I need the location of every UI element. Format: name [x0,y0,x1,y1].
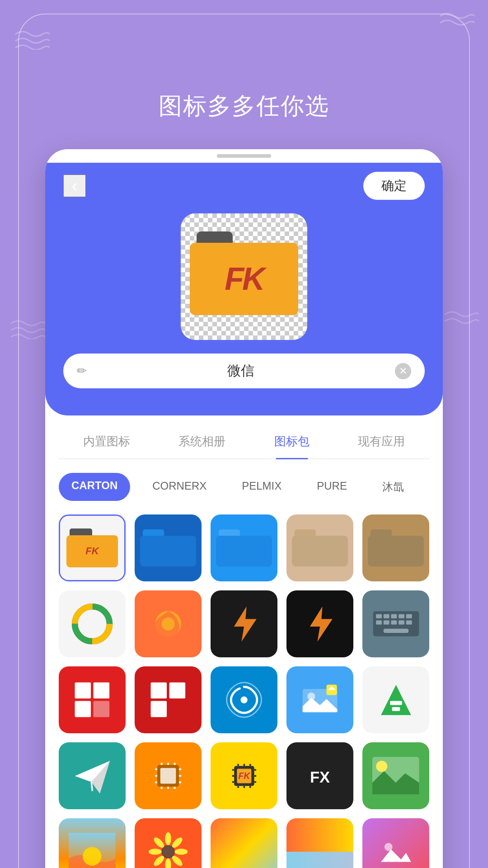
back-button[interactable]: ‹ [63,175,86,197]
name-input-row[interactable]: ✏ 微信 ✕ [63,354,425,388]
icon-lightning-dark2[interactable] [286,590,353,657]
icon-folder-bright[interactable] [211,514,277,581]
svg-rect-18 [406,621,412,625]
svg-point-69 [83,847,101,866]
tab-iconpack[interactable]: 图标包 [265,429,319,458]
svg-rect-20 [75,682,91,698]
phone-notch-bar [45,149,443,163]
svg-point-67 [376,761,387,772]
wave-decoration-tr [438,9,474,33]
svg-rect-10 [383,614,389,618]
svg-rect-25 [169,682,185,698]
icon-preview-container: FK [63,213,425,340]
fk-folder-preview-icon: FK [190,231,298,322]
icon-photos-gradient[interactable] [362,818,429,868]
icon-keyboard[interactable] [362,590,429,657]
icon-sunflower[interactable] [135,818,202,868]
fk-label: FK [225,261,263,297]
svg-point-79 [162,846,174,858]
svg-rect-15 [383,621,389,625]
header-top-row: ‹ 确定 [63,172,425,200]
phone-mockup: ‹ 确定 FK ✏ 微信 ✕ [45,149,443,868]
svg-rect-30 [326,684,337,695]
svg-text:FK: FK [238,770,251,780]
icon-cpu-yellow[interactable]: FK [211,742,277,809]
svg-rect-19 [383,629,408,633]
icon-sunrise1[interactable] [59,818,126,868]
icon-flipboard-red1[interactable] [59,666,126,733]
icon-lightning-dark[interactable] [211,590,277,657]
tab-row: 内置图标 系统相册 图标包 现有应用 [59,429,429,459]
svg-rect-24 [150,682,167,698]
svg-text:FX: FX [310,768,330,785]
icon-gallery-multi[interactable] [286,818,353,868]
icon-feedly[interactable] [362,666,429,733]
svg-rect-17 [399,621,404,625]
chip-muxi[interactable]: 沐氙 [369,473,417,501]
svg-point-71 [165,832,171,845]
svg-point-80 [384,843,392,851]
pencil-icon: ✏ [77,364,87,378]
wave-decoration-ml [9,316,45,341]
svg-rect-21 [93,682,109,698]
tab-builtin[interactable]: 内置图标 [74,429,139,458]
page-title: 图标多多任你选 [159,90,329,122]
icon-grid: FK [59,514,429,868]
icon-gallery-blue[interactable] [286,666,353,733]
chip-pure[interactable]: PURE [304,473,360,501]
svg-rect-14 [376,621,382,625]
clear-button[interactable]: ✕ [395,363,411,379]
wave-decoration-mr [443,307,479,332]
svg-point-73 [149,849,162,854]
svg-rect-37 [160,768,176,784]
chip-cornerx[interactable]: CORNERX [139,473,220,501]
phone-header: ‹ 确定 FK ✏ 微信 ✕ [45,163,443,415]
icon-fk-folder[interactable]: FK [59,514,126,581]
notch-pill [217,154,271,158]
svg-rect-12 [399,614,404,618]
icon-folder-dark[interactable] [135,514,202,581]
svg-point-27 [240,696,247,703]
wave-decoration-tl [14,27,50,52]
svg-point-72 [165,858,171,868]
chip-carton[interactable]: CARTON [59,473,130,501]
back-chevron-icon: ‹ [72,177,78,194]
svg-rect-22 [75,701,91,717]
confirm-button[interactable]: 确定 [363,172,425,200]
icon-preview-box: FK [181,213,307,340]
icon-google-ring[interactable] [59,590,126,657]
icon-firefox[interactable] [135,590,202,657]
icon-swirl-blue[interactable] [211,666,277,733]
svg-point-74 [174,849,188,854]
tab-current[interactable]: 现有应用 [349,429,414,458]
phone-body: 内置图标 系统相册 图标包 现有应用 CARTON CORNERX PELMIX… [45,415,443,868]
chip-pelmix[interactable]: PELMIX [229,473,295,501]
icon-flipboard-red2[interactable] [135,666,202,733]
icon-landscape[interactable] [362,742,429,809]
page-wrapper: 图标多多任你选 ‹ 确定 FK [0,0,488,868]
svg-rect-32 [392,707,400,711]
icon-gallery-sunset[interactable] [211,818,277,868]
svg-point-5 [162,618,175,631]
svg-rect-23 [93,701,109,717]
svg-rect-11 [391,614,397,618]
icon-cpu-gold[interactable] [135,742,202,809]
icon-name-text: 微信 [96,362,386,380]
svg-rect-16 [391,621,397,625]
svg-rect-26 [150,701,167,717]
icon-folder-tan[interactable] [286,514,353,581]
svg-line-35 [91,782,92,791]
icon-fx-dark[interactable]: FX [286,742,353,809]
icon-folder-brown[interactable] [362,514,429,581]
tab-album[interactable]: 系统相册 [169,429,235,458]
svg-rect-31 [390,701,402,705]
svg-marker-7 [310,606,333,642]
chip-row: CARTON CORNERX PELMIX PURE 沐氙 [59,473,429,501]
folder-body: FK [190,243,298,315]
icon-paper-plane[interactable] [59,742,126,809]
svg-marker-6 [234,606,257,642]
svg-rect-9 [376,614,382,618]
svg-rect-13 [406,614,412,618]
